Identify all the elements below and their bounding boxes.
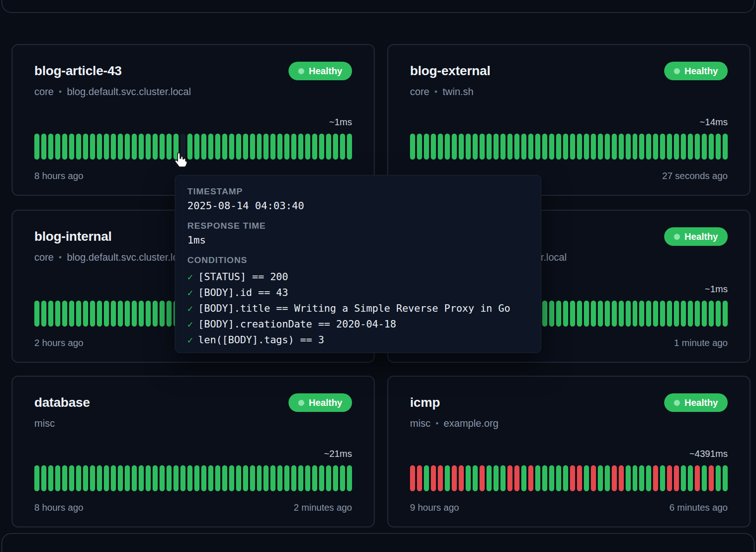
status-bar[interactable] [222, 465, 227, 491]
status-bar[interactable] [41, 301, 46, 327]
status-bar[interactable] [500, 465, 506, 491]
status-bar[interactable] [55, 134, 60, 160]
status-bar[interactable] [417, 465, 422, 491]
status-bar[interactable] [41, 134, 46, 160]
previous-group-card-partial[interactable] [1, 0, 755, 13]
status-bar[interactable] [201, 134, 206, 160]
status-bar[interactable] [709, 465, 714, 491]
status-bar[interactable] [577, 134, 582, 160]
status-bar[interactable] [146, 301, 151, 327]
status-bar[interactable] [528, 465, 533, 491]
status-bar[interactable] [319, 465, 324, 491]
status-bar[interactable] [167, 465, 172, 491]
status-bar[interactable] [125, 134, 130, 160]
status-bar[interactable] [653, 301, 658, 327]
status-bar[interactable] [319, 134, 324, 160]
status-bar[interactable] [284, 465, 289, 491]
status-bar[interactable] [681, 134, 686, 160]
status-bar[interactable] [97, 134, 102, 160]
status-bar[interactable] [132, 134, 137, 160]
status-bar[interactable] [605, 465, 610, 491]
status-bar[interactable] [493, 465, 499, 491]
status-bar[interactable] [688, 465, 693, 491]
status-bar[interactable] [500, 134, 506, 160]
status-bar[interactable] [716, 134, 721, 160]
status-bar[interactable] [111, 134, 116, 160]
status-bar[interactable] [222, 134, 227, 160]
status-bar[interactable] [452, 134, 457, 160]
status-bar[interactable] [208, 465, 213, 491]
status-bar[interactable] [723, 301, 728, 327]
status-bar[interactable] [125, 301, 130, 327]
status-bar[interactable] [549, 301, 554, 327]
status-bar[interactable] [633, 465, 638, 491]
status-bar[interactable] [69, 134, 74, 160]
endpoint-card-blog-article-43[interactable]: blog-article-43 Healthy core • blog.defa… [12, 44, 375, 196]
status-bar[interactable] [347, 134, 352, 160]
status-bar[interactable] [667, 301, 672, 327]
status-bar[interactable] [570, 465, 575, 491]
status-bar[interactable] [111, 465, 116, 491]
status-bar[interactable] [194, 134, 199, 160]
status-bar[interactable] [452, 465, 457, 491]
status-bar[interactable] [291, 465, 296, 491]
endpoint-card-database[interactable]: database Healthy misc ~21ms 8 hours ago … [12, 376, 375, 527]
status-bar[interactable] [626, 465, 631, 491]
status-bar[interactable] [104, 301, 109, 327]
status-bar[interactable] [208, 134, 213, 160]
status-bar[interactable] [528, 134, 533, 160]
status-bar[interactable] [549, 134, 554, 160]
status-bar[interactable] [125, 465, 130, 491]
status-bar[interactable] [445, 465, 450, 491]
status-bar[interactable] [118, 465, 123, 491]
status-bar[interactable] [34, 134, 39, 160]
status-bar[interactable] [646, 301, 651, 327]
status-bar[interactable] [681, 465, 686, 491]
status-bar[interactable] [146, 134, 151, 160]
status-bar[interactable] [160, 134, 165, 160]
status-bar[interactable] [556, 465, 561, 491]
status-bar[interactable] [173, 465, 179, 491]
status-bar[interactable] [563, 134, 568, 160]
status-bar[interactable] [139, 134, 144, 160]
status-bar[interactable] [118, 134, 123, 160]
status-bar[interactable] [605, 301, 610, 327]
endpoint-card-icmp[interactable]: icmp Healthy misc • example.org ~4391ms … [387, 376, 750, 527]
status-bar[interactable] [639, 465, 644, 491]
status-bar[interactable] [612, 465, 617, 491]
status-bar[interactable] [34, 301, 39, 327]
status-bar[interactable] [263, 134, 269, 160]
status-bar[interactable] [646, 134, 651, 160]
status-bar[interactable] [76, 301, 81, 327]
status-bar[interactable] [542, 301, 547, 327]
status-bar[interactable] [215, 134, 220, 160]
status-bar[interactable] [549, 465, 554, 491]
status-bar[interactable] [270, 134, 275, 160]
status-bar[interactable] [340, 465, 345, 491]
status-bar[interactable] [250, 465, 255, 491]
status-bar[interactable] [570, 301, 575, 327]
status-bar[interactable] [257, 465, 262, 491]
status-bar[interactable] [417, 134, 422, 160]
status-bar[interactable] [702, 134, 707, 160]
status-bar[interactable] [132, 465, 137, 491]
status-bar[interactable] [160, 465, 165, 491]
status-bar[interactable] [487, 465, 492, 491]
status-bar[interactable] [619, 134, 624, 160]
status-bar[interactable] [146, 465, 151, 491]
status-bar[interactable] [646, 465, 651, 491]
status-bar[interactable] [612, 134, 617, 160]
status-bar[interactable] [215, 465, 220, 491]
status-bar[interactable] [34, 465, 39, 491]
status-bar[interactable] [250, 134, 255, 160]
status-bar[interactable] [167, 134, 172, 160]
status-bar[interactable] [570, 134, 575, 160]
status-bar[interactable] [667, 134, 672, 160]
status-bar[interactable] [153, 134, 158, 160]
status-bar[interactable] [716, 465, 721, 491]
status-bar[interactable] [326, 465, 331, 491]
status-bar[interactable] [104, 134, 109, 160]
status-bar[interactable] [514, 465, 519, 491]
status-bar[interactable] [48, 301, 53, 327]
status-bar[interactable] [660, 465, 665, 491]
